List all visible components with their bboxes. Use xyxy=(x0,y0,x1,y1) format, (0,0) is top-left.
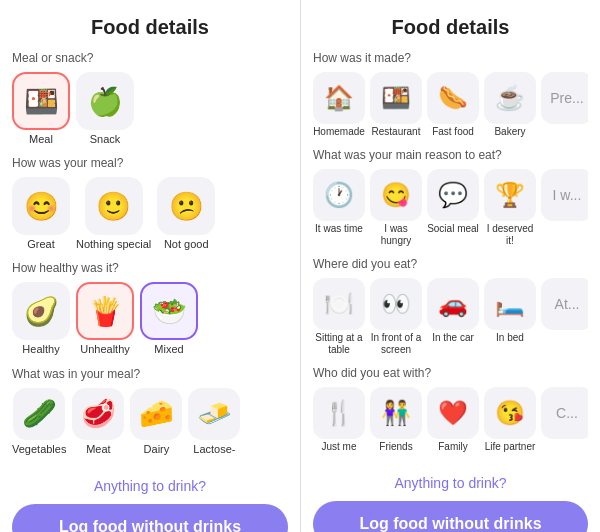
right-anything-drink[interactable]: Anything to drink? xyxy=(313,475,588,491)
option-restaurant[interactable]: 🍱 Restaurant xyxy=(370,72,422,138)
option-mixed-box[interactable]: 🥗 xyxy=(140,282,198,340)
option-family[interactable]: ❤️ Family xyxy=(427,387,479,453)
option-who-more-box[interactable]: C... xyxy=(541,387,588,439)
option-bed[interactable]: 🛏️ In bed xyxy=(484,278,536,356)
option-fastfood-label: Fast food xyxy=(432,126,474,138)
option-screen[interactable]: 👀 In front of a screen xyxy=(370,278,422,356)
option-healthy-box[interactable]: 🥑 xyxy=(12,282,70,340)
option-dairy-label: Dairy xyxy=(144,443,170,456)
option-restaurant-label: Restaurant xyxy=(372,126,421,138)
option-deserved-label: I deserved it! xyxy=(484,223,536,247)
option-car[interactable]: 🚗 In the car xyxy=(427,278,479,356)
meal-quality-section: How was your meal? 😊 Great 🙂 Nothing spe… xyxy=(12,156,288,251)
who-section: Who did you eat with? 🍴 Just me 👫 Friend… xyxy=(313,366,588,453)
option-where-more[interactable]: At... xyxy=(541,278,588,356)
option-reason-more[interactable]: I w... xyxy=(541,169,588,247)
option-snack-box[interactable]: 🍏 xyxy=(76,72,134,130)
left-anything-drink[interactable]: Anything to drink? xyxy=(12,478,288,494)
option-hungry-box[interactable]: 😋 xyxy=(370,169,422,221)
option-friends[interactable]: 👫 Friends xyxy=(370,387,422,453)
option-great-box[interactable]: 😊 xyxy=(12,177,70,235)
option-unhealthy-label: Unhealthy xyxy=(80,343,130,356)
option-bed-box[interactable]: 🛏️ xyxy=(484,278,536,330)
option-just-me[interactable]: 🍴 Just me xyxy=(313,387,365,453)
option-snack[interactable]: 🍏 Snack xyxy=(76,72,134,146)
right-log-button[interactable]: Log food without drinks xyxy=(313,501,588,532)
option-restaurant-box[interactable]: 🍱 xyxy=(370,72,422,124)
option-lactose[interactable]: 🧈 Lactose- xyxy=(188,388,240,456)
option-nothing-special-box[interactable]: 🙂 xyxy=(85,177,143,235)
option-fastfood-box[interactable]: 🌭 xyxy=(427,72,479,124)
option-healthy-label: Healthy xyxy=(22,343,59,356)
option-who-more[interactable]: C... xyxy=(541,387,588,453)
option-meal[interactable]: 🍱 Meal xyxy=(12,72,70,146)
option-friends-label: Friends xyxy=(379,441,412,453)
option-partner[interactable]: 😘 Life partner xyxy=(484,387,536,453)
option-screen-box[interactable]: 👀 xyxy=(370,278,422,330)
option-nothing-special-label: Nothing special xyxy=(76,238,151,251)
option-just-me-box[interactable]: 🍴 xyxy=(313,387,365,439)
option-table-box[interactable]: 🍽️ xyxy=(313,278,365,330)
option-meat-box[interactable]: 🥩 xyxy=(72,388,124,440)
how-made-section: How was it made? 🏠 Homemade 🍱 Restaurant… xyxy=(313,51,588,138)
option-mixed[interactable]: 🥗 Mixed xyxy=(140,282,198,356)
meal-contents-label: What was in your meal? xyxy=(12,367,288,381)
option-time[interactable]: 🕐 It was time xyxy=(313,169,365,247)
option-vegetables[interactable]: 🥒 Vegetables xyxy=(12,388,66,456)
option-pre-box[interactable]: Pre... xyxy=(541,72,588,124)
option-family-box[interactable]: ❤️ xyxy=(427,387,479,439)
option-not-good[interactable]: 😕 Not good xyxy=(157,177,215,251)
meal-snack-options: 🍱 Meal 🍏 Snack xyxy=(12,72,288,146)
option-bakery[interactable]: ☕ Bakery xyxy=(484,72,536,138)
option-meal-box[interactable]: 🍱 xyxy=(12,72,70,130)
option-friends-box[interactable]: 👫 xyxy=(370,387,422,439)
option-homemade-box[interactable]: 🏠 xyxy=(313,72,365,124)
option-reason-more-box[interactable]: I w... xyxy=(541,169,588,221)
meal-contents-options: 🥒 Vegetables 🥩 Meat 🧀 Dairy 🧈 Lactose- xyxy=(12,388,288,456)
option-time-box[interactable]: 🕐 xyxy=(313,169,365,221)
option-car-box[interactable]: 🚗 xyxy=(427,278,479,330)
healthy-options: 🥑 Healthy 🍟 Unhealthy 🥗 Mixed xyxy=(12,282,288,356)
option-table[interactable]: 🍽️ Sitting at a table xyxy=(313,278,365,356)
meal-contents-section: What was in your meal? 🥒 Vegetables 🥩 Me… xyxy=(12,367,288,456)
who-label: Who did you eat with? xyxy=(313,366,588,380)
option-dairy-box[interactable]: 🧀 xyxy=(130,388,182,440)
option-nothing-special[interactable]: 🙂 Nothing special xyxy=(76,177,151,251)
option-pre[interactable]: Pre... xyxy=(541,72,588,138)
option-car-label: In the car xyxy=(432,332,474,344)
option-social-label: Social meal xyxy=(427,223,479,235)
option-where-more-box[interactable]: At... xyxy=(541,278,588,330)
option-unhealthy-box[interactable]: 🍟 xyxy=(76,282,134,340)
left-log-button[interactable]: Log food without drinks xyxy=(12,504,288,532)
option-family-label: Family xyxy=(438,441,467,453)
option-homemade-label: Homemade xyxy=(313,126,365,138)
option-unhealthy[interactable]: 🍟 Unhealthy xyxy=(76,282,134,356)
option-fastfood[interactable]: 🌭 Fast food xyxy=(427,72,479,138)
option-social-box[interactable]: 💬 xyxy=(427,169,479,221)
option-social[interactable]: 💬 Social meal xyxy=(427,169,479,247)
option-just-me-label: Just me xyxy=(321,441,356,453)
option-deserved[interactable]: 🏆 I deserved it! xyxy=(484,169,536,247)
option-healthy[interactable]: 🥑 Healthy xyxy=(12,282,70,356)
option-mixed-label: Mixed xyxy=(154,343,183,356)
reason-options: 🕐 It was time 😋 I was hungry 💬 Social me… xyxy=(313,169,588,247)
option-dairy[interactable]: 🧀 Dairy xyxy=(130,388,182,456)
option-great[interactable]: 😊 Great xyxy=(12,177,70,251)
where-label: Where did you eat? xyxy=(313,257,588,271)
option-time-label: It was time xyxy=(315,223,363,235)
option-bakery-box[interactable]: ☕ xyxy=(484,72,536,124)
healthy-label: How healthy was it? xyxy=(12,261,288,275)
option-vegetables-box[interactable]: 🥒 xyxy=(13,388,65,440)
option-meat-label: Meat xyxy=(86,443,110,456)
option-meat[interactable]: 🥩 Meat xyxy=(72,388,124,456)
option-lactose-box[interactable]: 🧈 xyxy=(188,388,240,440)
option-meal-label: Meal xyxy=(29,133,53,146)
where-options: 🍽️ Sitting at a table 👀 In front of a sc… xyxy=(313,278,588,356)
option-not-good-box[interactable]: 😕 xyxy=(157,177,215,235)
option-homemade[interactable]: 🏠 Homemade xyxy=(313,72,365,138)
option-partner-box[interactable]: 😘 xyxy=(484,387,536,439)
meal-snack-label: Meal or snack? xyxy=(12,51,288,65)
healthy-section: How healthy was it? 🥑 Healthy 🍟 Unhealth… xyxy=(12,261,288,356)
option-hungry[interactable]: 😋 I was hungry xyxy=(370,169,422,247)
option-deserved-box[interactable]: 🏆 xyxy=(484,169,536,221)
